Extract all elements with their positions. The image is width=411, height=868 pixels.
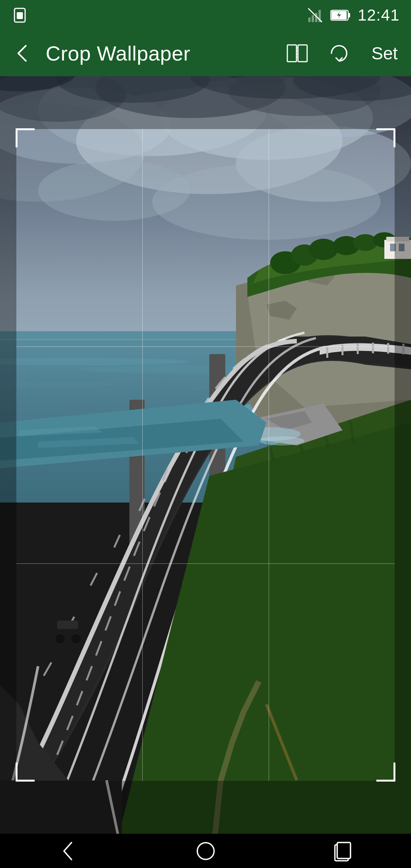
split-screen-button[interactable] <box>282 38 312 69</box>
split-screen-icon <box>286 42 309 65</box>
svg-rect-3 <box>308 18 311 22</box>
svg-line-64 <box>114 535 120 547</box>
nav-recent-icon <box>330 839 355 863</box>
battery-icon <box>330 9 351 22</box>
svg-point-71 <box>72 634 81 643</box>
svg-rect-10 <box>287 45 296 62</box>
svg-point-78 <box>259 436 304 445</box>
nav-bar <box>0 834 411 868</box>
svg-point-25 <box>152 164 381 240</box>
toolbar: Crop Wallpaper Set <box>0 30 411 76</box>
back-arrow-icon <box>11 42 34 65</box>
nav-back-button[interactable] <box>53 836 84 866</box>
set-button[interactable]: Set <box>366 39 403 67</box>
svg-rect-8 <box>348 13 350 18</box>
svg-rect-6 <box>319 10 321 22</box>
svg-rect-49 <box>384 240 411 259</box>
nav-back-icon <box>56 839 81 863</box>
svg-point-45 <box>309 239 338 260</box>
nav-recent-button[interactable] <box>327 836 358 866</box>
svg-point-81 <box>197 842 214 859</box>
svg-rect-52 <box>399 244 405 251</box>
nav-home-icon <box>193 839 218 863</box>
svg-line-65 <box>91 573 97 586</box>
wallpaper-image <box>0 76 411 834</box>
svg-rect-11 <box>298 45 307 62</box>
svg-rect-50 <box>386 237 409 241</box>
svg-rect-51 <box>390 244 396 251</box>
status-bar-left <box>11 7 28 24</box>
svg-rect-83 <box>337 842 350 858</box>
nav-home-button[interactable] <box>190 836 221 866</box>
sim-icon <box>11 7 28 24</box>
svg-rect-4 <box>312 15 314 22</box>
status-bar: 12:41 <box>0 0 411 30</box>
rotate-button[interactable] <box>324 38 354 69</box>
back-button[interactable] <box>8 38 38 69</box>
svg-rect-69 <box>57 621 78 629</box>
status-time: 12:41 <box>358 6 400 24</box>
svg-rect-79 <box>0 780 122 834</box>
rotate-icon <box>328 42 350 65</box>
status-bar-right: 12:41 <box>307 6 400 24</box>
svg-point-70 <box>56 634 65 643</box>
signal-icon <box>307 7 323 24</box>
svg-rect-1 <box>17 12 23 19</box>
toolbar-title: Crop Wallpaper <box>46 41 274 65</box>
svg-rect-5 <box>315 13 317 22</box>
svg-line-67 <box>44 662 51 676</box>
toolbar-actions: Set <box>282 38 403 69</box>
image-container[interactable] <box>0 76 411 834</box>
